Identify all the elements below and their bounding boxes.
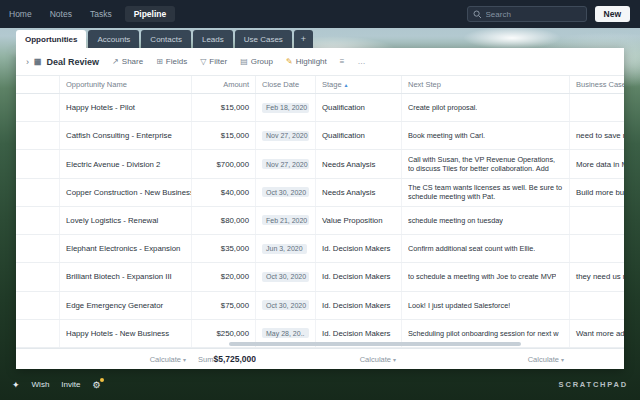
- cell-stage[interactable]: Id. Decision Makers: [316, 292, 402, 319]
- table-row[interactable]: Catfish Consulting - Enterprise $15,000 …: [16, 122, 624, 150]
- cell-amount[interactable]: $700,000: [192, 150, 256, 177]
- cell-amount[interactable]: $35,000: [192, 235, 256, 262]
- column-header-next-step[interactable]: Next Step: [402, 76, 570, 93]
- new-button[interactable]: New: [595, 6, 630, 22]
- calculate-next-step-column[interactable]: Calculate ▾: [402, 355, 570, 364]
- row-gutter[interactable]: [16, 94, 60, 121]
- column-header-stage[interactable]: Stage ▴: [316, 76, 402, 93]
- table-row[interactable]: Lovely Logistics - Renewal $80,000 Feb 2…: [16, 207, 624, 235]
- cell-business-case[interactable]: [570, 235, 624, 262]
- row-gutter[interactable]: [16, 207, 60, 234]
- row-gutter[interactable]: [16, 320, 60, 347]
- tab-opportunities[interactable]: Opportunities: [16, 30, 86, 48]
- filter-button[interactable]: ▽ Filter: [200, 57, 227, 66]
- cell-amount[interactable]: $15,000: [192, 94, 256, 121]
- share-button[interactable]: ↗ Share: [112, 57, 143, 66]
- invite-button[interactable]: Invite: [61, 380, 80, 389]
- row-gutter[interactable]: [16, 263, 60, 290]
- cell-business-case[interactable]: Want more adoptio: [570, 320, 624, 347]
- row-gutter[interactable]: [16, 150, 60, 177]
- row-gutter[interactable]: [16, 122, 60, 149]
- cell-close-date[interactable]: Oct 30, 2020: [256, 292, 316, 319]
- sum-amount-column[interactable]: Sum $5,725,000: [192, 354, 256, 364]
- cell-business-case[interactable]: [570, 207, 624, 234]
- cell-next-step[interactable]: schedule meeting on tuesday: [402, 207, 570, 234]
- cell-amount[interactable]: $20,000: [192, 263, 256, 290]
- row-gutter[interactable]: [16, 292, 60, 319]
- add-tab-button[interactable]: +: [294, 30, 313, 48]
- cell-close-date[interactable]: Nov 27, 2020: [256, 150, 316, 177]
- nav-item-home[interactable]: Home: [0, 6, 41, 22]
- cell-close-date[interactable]: Oct 30, 2020: [256, 263, 316, 290]
- table-row[interactable]: Edge Emergency Generator $75,000 Oct 30,…: [16, 292, 624, 320]
- more-options-button[interactable]: …: [357, 57, 365, 66]
- cell-close-date[interactable]: Jun 3, 2020: [256, 235, 316, 262]
- cell-stage[interactable]: Needs Analysis: [316, 150, 402, 177]
- horizontal-scrollbar-thumb[interactable]: [229, 342, 521, 346]
- tab-use-cases[interactable]: Use Cases: [235, 30, 292, 48]
- cell-stage[interactable]: Qualification: [316, 122, 402, 149]
- cell-next-step[interactable]: Create pilot proposal.: [402, 94, 570, 121]
- row-gutter[interactable]: [16, 179, 60, 206]
- highlight-button[interactable]: ✎ Highlight: [286, 57, 327, 66]
- cell-next-step[interactable]: The CS team wants licenses as well. Be s…: [402, 179, 570, 206]
- cell-opportunity-name[interactable]: Brilliant Biotech - Expansion III: [60, 263, 192, 290]
- cell-business-case[interactable]: need to save mone: [570, 122, 624, 149]
- cell-close-date[interactable]: Oct 30, 2020: [256, 179, 316, 206]
- cell-business-case[interactable]: Build more building: [570, 179, 624, 206]
- tab-accounts[interactable]: Accounts: [88, 30, 139, 48]
- cell-close-date[interactable]: Nov 27, 2020: [256, 122, 316, 149]
- cell-stage[interactable]: Value Proposition: [316, 207, 402, 234]
- cell-amount[interactable]: $15,000: [192, 122, 256, 149]
- cell-opportunity-name[interactable]: Lovely Logistics - Renewal: [60, 207, 192, 234]
- cell-stage[interactable]: Needs Analysis: [316, 179, 402, 206]
- search-input[interactable]: [486, 10, 581, 19]
- fields-button[interactable]: ⊞ Fields: [156, 57, 187, 66]
- tab-leads[interactable]: Leads: [193, 30, 233, 48]
- cell-opportunity-name[interactable]: Catfish Consulting - Enterprise: [60, 122, 192, 149]
- cell-business-case[interactable]: [570, 94, 624, 121]
- column-header-close-date[interactable]: Close Date: [256, 76, 316, 93]
- settings-button[interactable]: ⚙: [92, 380, 100, 390]
- nav-item-notes[interactable]: Notes: [41, 6, 81, 22]
- table-row[interactable]: Copper Construction - New Business $40,0…: [16, 179, 624, 207]
- cell-opportunity-name[interactable]: Edge Emergency Generator: [60, 292, 192, 319]
- nav-item-pipeline[interactable]: Pipeline: [125, 6, 176, 22]
- cell-business-case[interactable]: [570, 292, 624, 319]
- cell-opportunity-name[interactable]: Copper Construction - New Business: [60, 179, 192, 206]
- column-header-opportunity-name[interactable]: Opportunity Name: [60, 76, 192, 93]
- cell-close-date[interactable]: Feb 18, 2020: [256, 94, 316, 121]
- column-header-amount[interactable]: Amount: [192, 76, 256, 93]
- cell-next-step[interactable]: Look! I just updated Salesforce!: [402, 292, 570, 319]
- cell-opportunity-name[interactable]: Happy Hotels - New Business: [60, 320, 192, 347]
- cell-stage[interactable]: Id. Decision Makers: [316, 263, 402, 290]
- sort-list-button[interactable]: ≡: [340, 57, 345, 66]
- search-box[interactable]: [467, 6, 587, 22]
- cell-opportunity-name[interactable]: Happy Hotels - Pilot: [60, 94, 192, 121]
- calculate-name-column[interactable]: Calculate ▾: [60, 355, 192, 364]
- nav-item-tasks[interactable]: Tasks: [81, 6, 121, 22]
- row-gutter[interactable]: [16, 235, 60, 262]
- table-row[interactable]: Happy Hotels - Pilot $15,000 Feb 18, 202…: [16, 94, 624, 122]
- cell-next-step[interactable]: Call with Susan, the VP Revenue Operatio…: [402, 150, 570, 177]
- cell-next-step[interactable]: Book meeting with Carl.: [402, 122, 570, 149]
- cell-amount[interactable]: $75,000: [192, 292, 256, 319]
- cell-amount[interactable]: $80,000: [192, 207, 256, 234]
- cell-stage[interactable]: Id. Decision Makers: [316, 235, 402, 262]
- group-button[interactable]: ▤ Group: [240, 57, 273, 66]
- cell-next-step[interactable]: Confirm additional seat count with Ellie…: [402, 235, 570, 262]
- wish-button[interactable]: Wish: [32, 380, 50, 389]
- cell-business-case[interactable]: More data in MED: [570, 150, 624, 177]
- table-row[interactable]: Brilliant Biotech - Expansion III $20,00…: [16, 263, 624, 291]
- cell-next-step[interactable]: to schedule a meeting with Joe to create…: [402, 263, 570, 290]
- view-selector[interactable]: › ▦ Deal Review: [26, 57, 99, 67]
- cell-amount[interactable]: $40,000: [192, 179, 256, 206]
- cell-opportunity-name[interactable]: Elephant Electronics - Expansion: [60, 235, 192, 262]
- cell-opportunity-name[interactable]: Electric Avenue - Division 2: [60, 150, 192, 177]
- cell-business-case[interactable]: they need us now: [570, 263, 624, 290]
- tab-contacts[interactable]: Contacts: [141, 30, 191, 48]
- cell-close-date[interactable]: Feb 21, 2020: [256, 207, 316, 234]
- column-header-business-case[interactable]: Business Case/M: [570, 76, 624, 93]
- table-row[interactable]: Electric Avenue - Division 2 $700,000 No…: [16, 150, 624, 178]
- calculate-stage-column[interactable]: Calculate ▾: [316, 355, 402, 364]
